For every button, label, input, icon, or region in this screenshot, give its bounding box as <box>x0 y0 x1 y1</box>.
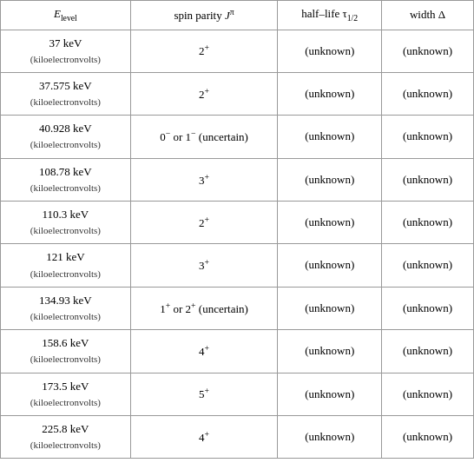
energy-unit: (kiloelectronvolts) <box>30 182 101 193</box>
energy-unit: (kiloelectronvolts) <box>30 139 101 149</box>
energy-value: 158.6 keV <box>42 336 89 349</box>
table-row: 134.93 keV(kiloelectronvolts)1+ or 2+ (u… <box>1 287 474 329</box>
energy-value: 121 keV <box>46 250 84 263</box>
energy-unit: (kiloelectronvolts) <box>30 397 101 407</box>
energy-value: 40.928 keV <box>39 122 92 135</box>
half-life-cell: (unknown) <box>278 287 382 329</box>
spin-parity-cell: 1+ or 2+ (uncertain) <box>130 287 278 329</box>
energy-unit: (kiloelectronvolts) <box>30 311 101 321</box>
column-header-half-life: half–life τ1/2 <box>278 1 382 30</box>
energy-unit: (kiloelectronvolts) <box>30 54 101 64</box>
energy-level-cell: 37 keV(kiloelectronvolts) <box>1 30 131 72</box>
column-header-spin: spin parity Jπ <box>130 1 278 30</box>
table-row: 110.3 keV(kiloelectronvolts)2+(unknown)(… <box>1 202 474 244</box>
half-life-cell: (unknown) <box>278 72 382 115</box>
spin-parity-cell: 2+ <box>130 202 278 244</box>
energy-level-cell: 121 keV(kiloelectronvolts) <box>1 244 131 287</box>
energy-value: 225.8 keV <box>42 422 89 435</box>
energy-unit: (kiloelectronvolts) <box>30 96 101 107</box>
width-cell: (unknown) <box>382 373 474 415</box>
width-cell: (unknown) <box>382 202 474 244</box>
energy-unit: (kiloelectronvolts) <box>30 354 101 364</box>
width-cell: (unknown) <box>382 415 474 458</box>
table-row: 225.8 keV(kiloelectronvolts)4+(unknown)(… <box>1 415 474 458</box>
energy-level-cell: 225.8 keV(kiloelectronvolts) <box>1 415 131 458</box>
spin-parity-cell: 2+ <box>130 72 278 115</box>
energy-level-cell: 37.575 keV(kiloelectronvolts) <box>1 72 131 115</box>
width-cell: (unknown) <box>382 30 474 72</box>
half-life-cell: (unknown) <box>278 116 382 158</box>
energy-unit: (kiloelectronvolts) <box>30 268 101 279</box>
energy-value: 134.93 keV <box>39 294 92 307</box>
table-row: 108.78 keV(kiloelectronvolts)3+(unknown)… <box>1 158 474 201</box>
half-life-cell: (unknown) <box>278 158 382 201</box>
half-life-cell: (unknown) <box>278 30 382 72</box>
energy-value: 37 keV <box>49 36 82 50</box>
energy-level-cell: 40.928 keV(kiloelectronvolts) <box>1 116 131 158</box>
table-row: 173.5 keV(kiloelectronvolts)5+(unknown)(… <box>1 373 474 415</box>
spin-parity-cell: 4+ <box>130 415 278 458</box>
spin-parity-cell: 5+ <box>130 373 278 415</box>
half-life-cell: (unknown) <box>278 244 382 287</box>
half-life-cell: (unknown) <box>278 330 382 373</box>
width-cell: (unknown) <box>382 330 474 373</box>
spin-parity-cell: 3+ <box>130 244 278 287</box>
table-row: 40.928 keV(kiloelectronvolts)0− or 1− (u… <box>1 116 474 158</box>
column-header-width: width Δ <box>382 1 474 30</box>
energy-value: 108.78 keV <box>39 165 92 178</box>
spin-parity-cell: 3+ <box>130 158 278 201</box>
width-cell: (unknown) <box>382 244 474 287</box>
energy-unit: (kiloelectronvolts) <box>30 440 101 450</box>
width-cell: (unknown) <box>382 116 474 158</box>
table-row: 37.575 keV(kiloelectronvolts)2+(unknown)… <box>1 72 474 115</box>
spin-parity-cell: 4+ <box>130 330 278 373</box>
energy-value: 37.575 keV <box>39 79 92 92</box>
half-life-cell: (unknown) <box>278 202 382 244</box>
table-row: 158.6 keV(kiloelectronvolts)4+(unknown)(… <box>1 330 474 373</box>
table-row: 121 keV(kiloelectronvolts)3+(unknown)(un… <box>1 244 474 287</box>
energy-level-cell: 108.78 keV(kiloelectronvolts) <box>1 158 131 201</box>
energy-value: 110.3 keV <box>43 208 89 221</box>
half-life-cell: (unknown) <box>278 415 382 458</box>
energy-level-cell: 134.93 keV(kiloelectronvolts) <box>1 287 131 329</box>
width-cell: (unknown) <box>382 72 474 115</box>
energy-value: 173.5 keV <box>42 380 89 393</box>
table-row: 37 keV(kiloelectronvolts)2+(unknown)(unk… <box>1 30 474 72</box>
energy-level-cell: 158.6 keV(kiloelectronvolts) <box>1 330 131 373</box>
half-life-cell: (unknown) <box>278 373 382 415</box>
energy-level-cell: 173.5 keV(kiloelectronvolts) <box>1 373 131 415</box>
energy-unit: (kiloelectronvolts) <box>30 225 101 235</box>
width-cell: (unknown) <box>382 158 474 201</box>
width-cell: (unknown) <box>382 287 474 329</box>
spin-parity-cell: 2+ <box>130 30 278 72</box>
energy-level-cell: 110.3 keV(kiloelectronvolts) <box>1 202 131 244</box>
spin-parity-cell: 0− or 1− (uncertain) <box>130 116 278 158</box>
column-header-level: Elevel <box>1 1 131 30</box>
